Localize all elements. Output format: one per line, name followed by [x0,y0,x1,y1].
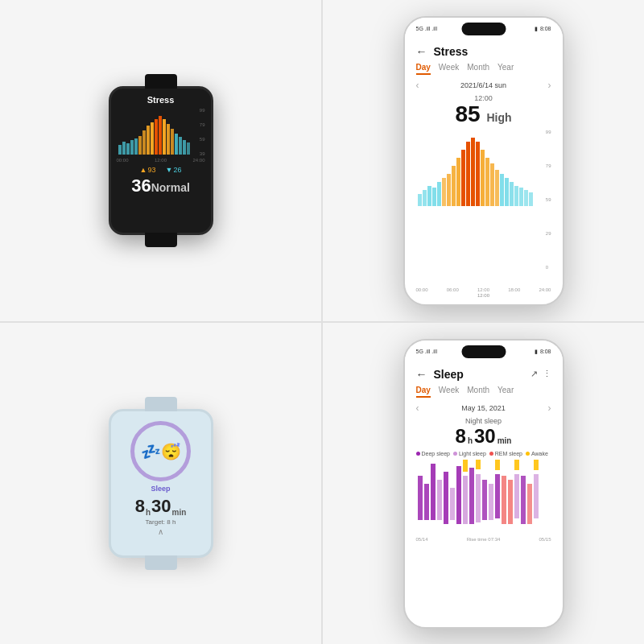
watch-sleep-container: 💤😴 Sleep 8 h 30 min Target: 8 h ∧ [0,323,321,644]
stress-x-labels: 00:00 12:00 24:00 [117,158,205,163]
watch-stress-container: Stress 99 79 59 39 [0,0,321,321]
stress-stat-up: ▲ 93 [140,166,156,174]
sleep-tab-day[interactable]: Day [416,386,431,398]
watch-sleep: 💤😴 Sleep 8 h 30 min Target: 8 h ∧ [109,409,213,558]
stress-stats-row: ▲ 93 ▼ 26 [140,166,182,174]
svg-rect-59 [508,480,513,524]
stress-chart: 99 79 59 39 [117,108,205,156]
tab-day[interactable]: Day [416,63,431,75]
status-time: ▮ 8:08 [535,26,551,32]
sleep-screen-title: Sleep [434,368,464,381]
stress-chart-svg [117,108,196,155]
svg-rect-9 [155,119,158,155]
tab-week[interactable]: Week [439,63,459,75]
svg-rect-62 [521,476,526,524]
up-arrow: ▲ [140,166,147,174]
svg-rect-39 [519,188,523,206]
svg-rect-15 [179,137,182,155]
sleep-legend: Deep sleep Light sleep REM sleep Aw [416,451,551,456]
sleep-tab-month[interactable]: Month [467,386,489,398]
svg-rect-48 [456,466,461,524]
sleep-back-button[interactable]: ← [416,368,427,381]
svg-rect-64 [534,460,539,470]
svg-rect-47 [450,488,455,520]
awake-label: Awake [531,451,548,456]
phone-sleep-notch [461,345,506,358]
phone-stress: 5G .ill .ill ▮ 8:08 ← Stress Day [403,16,564,306]
svg-rect-53 [476,474,481,522]
cell-bottom-left: 💤😴 Sleep 8 h 30 min Target: 8 h ∧ [0,323,321,644]
svg-rect-22 [437,182,441,206]
svg-rect-12 [167,124,170,155]
y-label-99: 99 [200,108,205,113]
svg-rect-36 [505,178,509,206]
rem-sleep-label: REM sleep [495,451,522,456]
svg-rect-56 [495,460,500,470]
sleep-prev-arrow[interactable]: ‹ [416,402,419,414]
svg-rect-49 [463,460,468,472]
next-arrow[interactable]: › [548,80,551,91]
svg-rect-41 [529,192,533,206]
svg-rect-0 [118,145,122,155]
svg-rect-51 [469,468,474,524]
svg-rect-13 [171,129,174,155]
svg-rect-61 [514,474,519,518]
legend-awake: Awake [526,451,548,456]
stress-phone-chart-svg [416,130,541,206]
cell-top-left: Stress 99 79 59 39 [0,0,321,321]
tab-month[interactable]: Month [467,63,489,75]
svg-rect-38 [514,186,518,206]
svg-rect-28 [466,142,470,206]
stress-phone-header: ← Stress [416,45,551,58]
stress-main-value: 36Normal [131,177,190,195]
sleep-big-m-label: min [497,436,512,448]
sleep-date-nav: ‹ May 15, 2021 › [416,402,551,414]
back-button[interactable]: ← [416,45,427,58]
sleep-tab-year[interactable]: Year [497,386,514,398]
cell-bottom-right: 5G .ill .ill ▮ 8:08 ← Sleep ↗ ⋮ [323,323,644,644]
stat-down-value: 26 [173,166,181,174]
svg-rect-8 [151,122,154,155]
sleep-h-label: h [146,508,151,517]
svg-rect-65 [534,474,539,518]
svg-rect-3 [130,140,134,155]
y-label-39: 39 [200,151,205,156]
watch-stress: Stress 99 79 59 39 [109,86,213,235]
sleep-big-h: 8 [456,425,466,448]
sleep-next-arrow[interactable]: › [547,402,551,414]
watch-stress-title: Stress [147,95,175,105]
stress-screen-title: Stress [434,45,469,58]
stress-normal-label: Normal [151,181,190,194]
legend-rem: REM sleep [489,451,522,456]
stress-stat-down: ▼ 26 [166,166,182,174]
light-sleep-label: Light sleep [459,451,486,456]
sleep-tab-week[interactable]: Week [439,386,459,398]
night-sleep-label: Night sleep [416,417,551,425]
more-icon[interactable]: ⋮ [543,369,551,379]
svg-rect-27 [461,150,465,206]
svg-rect-44 [431,464,436,520]
svg-rect-21 [432,188,436,206]
svg-rect-32 [485,158,489,206]
svg-rect-25 [452,166,456,206]
sleep-circle-inner: 💤😴 [141,442,181,461]
prev-arrow[interactable]: ‹ [416,80,419,91]
sleep-target: Target: 8 h [146,518,176,526]
svg-rect-5 [138,136,142,155]
svg-rect-20 [427,186,431,206]
svg-rect-17 [187,142,190,155]
sleep-current-date: May 15, 2021 [461,404,506,412]
tab-year[interactable]: Year [497,63,514,75]
x-label-24: 24:00 [192,158,204,163]
stress-level: High [486,111,511,124]
share-icon[interactable]: ↗ [530,369,538,379]
svg-rect-6 [142,130,146,155]
status-signal: 5G .ill .ill [416,26,437,31]
sleep-rise-time: Rise time 07:34 [467,537,501,542]
svg-rect-2 [126,143,130,155]
svg-rect-16 [183,140,186,155]
y-label-59: 59 [200,137,205,142]
y-label-79: 79 [200,122,205,127]
svg-rect-50 [463,476,468,524]
svg-rect-55 [489,484,493,520]
